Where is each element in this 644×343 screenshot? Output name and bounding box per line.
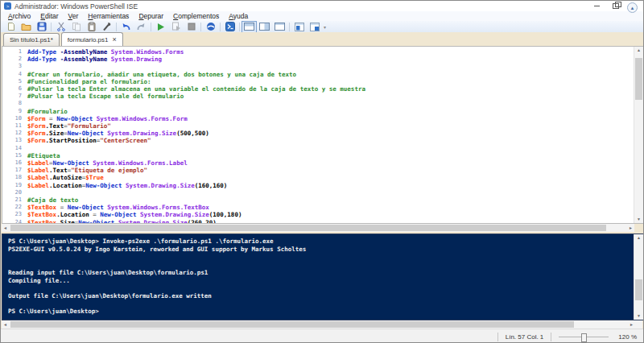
menu-item-herramientas[interactable]: Herramientas [83, 11, 134, 21]
cursor-position-label: Lín. 57 Col. 1 [506, 333, 544, 341]
line-number: 10 [2, 115, 27, 122]
code-text: $TextBox.Size=New-Object System.Drawing.… [27, 219, 217, 223]
line-number: 1 [2, 48, 27, 56]
scroll-up-icon[interactable]: ▲ [637, 48, 641, 52]
console-vertical-scrollbar[interactable]: ▲ ▼ [634, 234, 643, 320]
menu-item-complementos[interactable]: Complementos [168, 11, 224, 21]
console-pane[interactable]: PS C:\Users\juan\Desktop> Invoke-ps2exe … [2, 233, 644, 320]
toolbar-overflow-icon[interactable]: ▾ [324, 24, 326, 30]
code-text: #Caja de texto [27, 196, 78, 204]
run-script-button[interactable] [153, 21, 168, 33]
window-title: Administrador: Windows PowerShell ISE [14, 2, 138, 10]
toolbar: ▾ [1, 21, 643, 33]
clear-console-pane-button[interactable] [99, 21, 114, 33]
menu-item-ver[interactable]: Ver [64, 11, 84, 21]
line-number: 18 [2, 174, 27, 181]
console-line: Compiling file... [8, 277, 634, 285]
stop-operation-button[interactable] [184, 21, 199, 33]
code-line: 3 [2, 63, 634, 70]
console-line: PS C:\Users\juan\Desktop> [8, 308, 634, 316]
code-line: 18$Label.AutoSize=$True [2, 174, 634, 181]
cut-button[interactable] [53, 21, 68, 33]
code-text: $TextBox.Location = New-Object System.Dr… [27, 211, 242, 218]
powershell-console-icon [225, 22, 235, 31]
code-text: $Form.StartPosition="CenterScreen" [27, 137, 151, 144]
console-line: PS C:\Users\juan\Desktop> Invoke-ps2exe … [8, 238, 634, 246]
new-powershell-tab-button[interactable] [307, 21, 322, 33]
code-text: #Crear un formulario, añadir una etiquet… [27, 71, 296, 78]
zoom-slider[interactable] [559, 333, 609, 341]
code-text: #Etiqueta [27, 152, 60, 159]
restore-button[interactable] [606, 1, 625, 11]
scroll-right-icon[interactable]: ► [629, 226, 633, 230]
menu-item-depurar[interactable]: Depurar [134, 11, 168, 21]
new-remote-powershell-tab-button[interactable] [203, 21, 218, 33]
run-selection-button[interactable] [168, 21, 184, 33]
scroll-down-icon[interactable]: ▼ [637, 217, 641, 221]
zoom-slider-thumb[interactable] [581, 333, 587, 342]
code-line: 16$Label=New-Object System.Windows.Forms… [2, 159, 634, 167]
console-line [8, 261, 634, 269]
new-script-button[interactable] [3, 21, 19, 33]
console-line: PS2EXE-GUI v0.5.0.24 by Ingo Karstein, r… [8, 246, 634, 254]
menu-item-ayuda[interactable]: Ayuda [224, 11, 253, 21]
collapse-script-pane-button[interactable]: ▲ [627, 2, 638, 13]
code-line: 10$Form = New-Object System.Windows.Form… [2, 115, 634, 122]
minimize-icon [594, 6, 600, 6]
script-tab[interactable]: Sin título1.ps1* [3, 33, 60, 46]
console-line: Reading input file C:\Users\juan\Desktop… [8, 269, 634, 277]
scroll-down-icon[interactable]: ▼ [637, 314, 641, 318]
new-file-icon [6, 22, 16, 31]
editor-vscroll-thumb[interactable] [635, 58, 642, 100]
scroll-left-icon[interactable]: ◄ [3, 323, 7, 327]
code-line: 9#Formulario [2, 108, 634, 115]
code-text: $TextBox = New-Object System.Windows.For… [27, 204, 209, 211]
editor-horizontal-scrollbar[interactable]: ◄ ► [2, 224, 634, 232]
tab-label: Sin título1.ps1* [10, 36, 53, 43]
scroll-left-icon[interactable]: ◄ [3, 226, 7, 230]
code-line: 11$Form.Text="Formulario" [2, 122, 634, 130]
undo-button[interactable] [118, 21, 134, 33]
powershell-ise-window: > Administrador: Windows PowerShell ISE … [0, 0, 644, 343]
redo-button[interactable] [134, 21, 149, 33]
code-text: $Label.Text="Etiqueta de ejemplo" [27, 167, 147, 174]
code-line: 8 [2, 100, 634, 107]
minimize-button[interactable] [588, 1, 606, 11]
cut-scissors-icon [56, 22, 66, 31]
console-vscroll-thumb[interactable] [635, 279, 642, 300]
line-number: 3 [2, 63, 27, 70]
scroll-up-icon[interactable]: ▲ [637, 236, 641, 240]
command-window-icon [295, 23, 304, 31]
script-tab[interactable]: formulario.ps1× [61, 32, 123, 46]
paste-button[interactable] [84, 21, 99, 33]
show-script-pane-right-button[interactable] [257, 21, 272, 33]
line-number: 7 [2, 93, 27, 100]
redo-icon [136, 23, 147, 31]
powershell-tab-icon [310, 23, 320, 31]
script-editor-pane[interactable]: 1Add-Type -AssemblyName System.Windows.F… [2, 46, 644, 224]
remote-globe-icon [206, 22, 216, 31]
menu-item-archivo[interactable]: Archivo [3, 11, 35, 21]
start-powershell-button[interactable] [222, 21, 237, 33]
code-text: #Pulsar la tecla Escape sale del formula… [27, 93, 184, 100]
status-separator [497, 333, 498, 341]
console-horizontal-scrollbar[interactable]: ◄ ► [2, 320, 635, 329]
open-script-button[interactable] [19, 21, 34, 33]
menu-item-editar[interactable]: Editar [35, 11, 63, 21]
code-line: 14 [2, 145, 634, 152]
line-number: 14 [2, 145, 27, 152]
layout-maximized-icon [275, 23, 285, 31]
editor-hscroll-thumb[interactable] [10, 225, 606, 231]
copy-button[interactable] [68, 21, 84, 33]
show-script-pane-maximized-button[interactable] [272, 21, 287, 33]
tab-close-icon[interactable]: × [113, 36, 117, 43]
editor-vertical-scrollbar[interactable]: ▲ ▼ [634, 47, 643, 223]
console-line [8, 253, 634, 261]
show-script-pane-top-button[interactable] [242, 21, 257, 33]
layout-right-icon [259, 23, 270, 31]
show-command-window-button[interactable] [291, 21, 307, 33]
toolbar-separator [116, 23, 117, 31]
console-hscroll-thumb[interactable] [10, 321, 574, 328]
line-number: 23 [2, 211, 27, 218]
save-script-button[interactable] [34, 21, 49, 33]
